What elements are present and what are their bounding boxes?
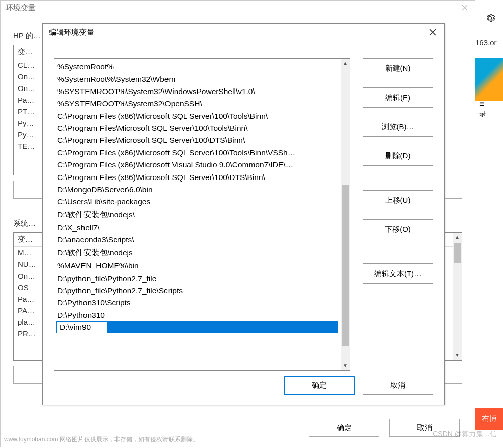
close-icon [429,29,436,36]
child-cancel-button[interactable]: 取消 [363,376,433,395]
list-item[interactable]: D:\Python310\Scripts [54,297,341,309]
child-ok-button[interactable]: 确定 [284,376,355,395]
watermark-csdn: CSDN @算力鬼…信 [433,430,497,439]
edit-env-var-dialog: 编辑环境变量 %SystemRoot%%SystemRoot%\System32… [42,23,445,405]
list-item[interactable]: D:\MongoDB\Server\6.0\bin [54,184,341,196]
list-item[interactable]: D:\软件安装包\nodejs [54,246,341,260]
list-item[interactable]: %MAVEN_HOME%\bin [54,260,341,272]
move-up-button[interactable]: 上移(U) [363,190,433,210]
delete-button[interactable]: 删除(D) [363,146,433,166]
list-item[interactable]: %SystemRoot%\System32\Wbem [54,73,341,85]
scroll-down-icon[interactable]: ▼ [341,361,350,370]
path-list[interactable]: %SystemRoot%%SystemRoot%\System32\Wbem%S… [54,58,350,371]
list-item[interactable]: %SystemRoot% [54,61,341,73]
publish-button[interactable]: 布博 [475,408,503,430]
scroll-thumb[interactable] [342,185,349,346]
list-item[interactable]: D:\python_file\Python2.7_file\Scripts [54,285,341,297]
scrollbar[interactable]: ▲ ▼ [453,233,462,360]
list-item[interactable]: D:\python_file\Python2.7_file [54,272,341,284]
scroll-up-icon[interactable]: ▲ [341,59,350,68]
parent-title: 环境变量 [6,3,36,13]
scroll-down-icon[interactable]: ▼ [453,351,462,360]
edit-text-button[interactable]: 编辑文本(T)… [363,263,433,284]
side-buttons: 新建(N) 编辑(E) 浏览(B)… 删除(D) 上移(U) 下移(O) 编辑文… [363,58,433,371]
list-item[interactable]: C:\Program Files (x86)\Microsoft SQL Ser… [54,171,341,183]
child-title: 编辑环境变量 [49,28,94,37]
list-item-editing[interactable] [54,321,341,334]
list-item[interactable]: C:\Program Files (x86)\Microsoft SQL Ser… [54,110,341,122]
scroll-thumb[interactable] [454,243,461,263]
list-item[interactable]: C:\Users\Lib\site-packages [54,196,341,208]
list-item[interactable]: D:\anaconda3\Scripts\ [54,234,341,246]
list-item[interactable]: C:\Program Files (x86)\Microsoft Visual … [54,159,341,171]
new-button[interactable]: 新建(N) [363,58,433,78]
watermark-bottom: www.toymoban.com 网络图片仅供展示，非存储，如有侵权请联系删除。 [4,435,199,444]
url-fragment: 163.or [475,38,497,47]
scroll-up-icon[interactable]: ▲ [453,233,462,242]
gear-icon[interactable] [484,13,495,26]
move-down-button[interactable]: 下移(O) [363,219,433,239]
child-title-bar: 编辑环境变量 [43,24,444,41]
edit-button[interactable]: 编辑(E) [363,87,433,108]
list-item[interactable]: %SYSTEMROOT%\System32\WindowsPowerShell\… [54,85,341,98]
list-item[interactable]: C:\Program Files\Microsoft SQL Server\10… [54,134,341,146]
close-icon [462,5,468,11]
scrollbar[interactable]: ▲ ▼ [341,59,350,370]
path-edit-input[interactable] [57,322,107,333]
child-close-button[interactable] [421,24,444,41]
list-item[interactable]: C:\Program Files\Microsoft SQL Server\10… [54,122,341,134]
list-item[interactable]: D:\X_shell7\ [54,222,341,234]
browse-button[interactable]: 浏览(B)… [363,117,433,137]
menu-icon[interactable]: ≡ [479,99,485,109]
list-item[interactable]: D:\Python310 [54,309,341,321]
child-footer: 确定 取消 [43,376,444,405]
parent-title-bar: 环境变量 [1,1,475,15]
banner-image [475,58,503,101]
child-body: %SystemRoot%%SystemRoot%\System32\Wbem%S… [43,41,444,376]
login-text[interactable]: 录 [479,110,486,119]
list-item[interactable]: D:\软件安装包\nodejs\ [54,208,341,222]
parent-close-button[interactable] [455,1,475,15]
list-item[interactable]: C:\Program Files (x86)\Microsoft SQL Ser… [54,147,341,159]
browser-sliver: 163.or ≡ 录 布博 [475,0,503,448]
list-item[interactable]: %SYSTEMROOT%\System32\OpenSSH\ [54,98,341,110]
parent-ok-button[interactable]: 确定 [309,419,379,437]
